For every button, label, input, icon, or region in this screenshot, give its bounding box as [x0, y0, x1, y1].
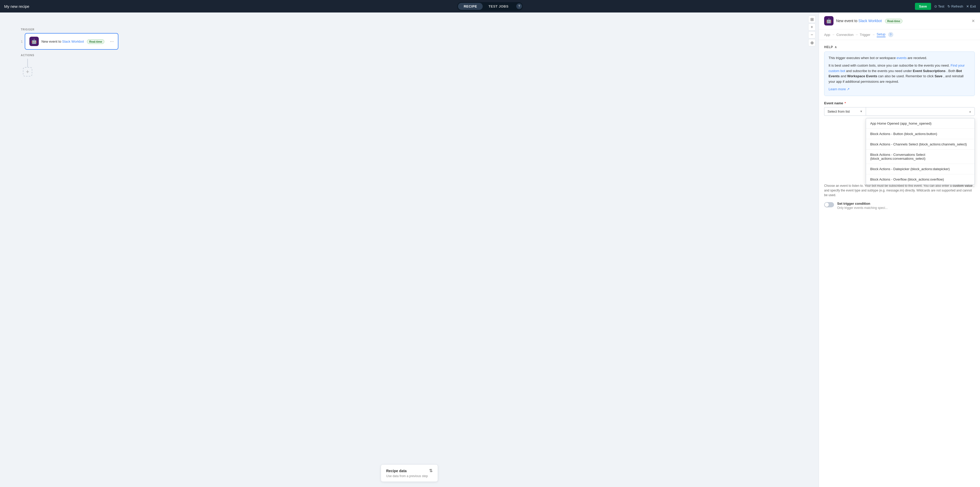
- dropdown-item-4[interactable]: Block Actions - Datepicker (block_action…: [866, 164, 975, 174]
- nav-arrow-1: →: [832, 33, 835, 37]
- trigger-condition-label: Set trigger condition: [837, 202, 888, 205]
- trigger-node[interactable]: 🤖 New event to Slack Workbot Real-time ·…: [25, 33, 118, 50]
- panel-header-left: 🤖 New event to Slack Workbot Real-time: [824, 16, 902, 25]
- select-from-list-dropdown[interactable]: Select from list ▼: [824, 107, 866, 116]
- tab-recipe[interactable]: RECIPE: [458, 3, 483, 10]
- help-toggle[interactable]: HELP ∧: [824, 45, 975, 49]
- nav-help-icon[interactable]: ?: [888, 32, 893, 37]
- chevron-up-icon: ∧: [835, 45, 837, 49]
- set-trigger-row: Set trigger condition Only trigger event…: [824, 202, 975, 210]
- dropdown-item-3[interactable]: Block Actions - Conversations Select (bl…: [866, 150, 975, 164]
- event-name-row: Select from list ▼ ▲ App Home Opened (ap…: [824, 107, 975, 116]
- toggle-knob: [825, 203, 829, 207]
- event-name-input[interactable]: [869, 110, 969, 113]
- zoom-reset-button[interactable]: ⊕: [808, 39, 816, 46]
- trigger-condition-text: Set trigger condition Only trigger event…: [837, 202, 888, 210]
- tab-test-jobs[interactable]: TEST JOBS: [483, 3, 514, 10]
- topbar-tabs: RECIPE TEST JOBS ?: [457, 2, 523, 11]
- recipe-data-header: Recipe data ⇅: [386, 468, 433, 473]
- panel-header-title: New event to Slack Workbot Real-time: [836, 19, 902, 23]
- add-action-button[interactable]: +: [23, 67, 32, 76]
- connector-line: [27, 59, 28, 67]
- panel-app-icon: 🤖: [824, 16, 834, 25]
- dropdown-item-0[interactable]: App Home Opened (app_home_opened): [866, 118, 975, 129]
- nav-arrow-2: →: [855, 33, 858, 37]
- caret-up-icon: ▲: [969, 110, 971, 113]
- topbar: My new recipe RECIPE TEST JOBS ? Save ⊙ …: [0, 0, 980, 13]
- trigger-options-button[interactable]: ···: [110, 39, 114, 44]
- topbar-help-icon[interactable]: ?: [516, 3, 522, 9]
- zoom-out-button[interactable]: −: [808, 31, 816, 38]
- recipe-data-toggle[interactable]: ⇅: [429, 468, 433, 473]
- nav-step-setup[interactable]: Setup: [877, 32, 886, 37]
- event-dropdown-list: App Home Opened (app_home_opened) Block …: [866, 118, 975, 185]
- nav-step-app[interactable]: App: [824, 33, 830, 37]
- dropdown-item-1[interactable]: Block Actions - Button (block_actions:bu…: [866, 129, 975, 139]
- exit-link[interactable]: ✕ Exit: [966, 5, 976, 8]
- nav-step-connection[interactable]: Connection: [836, 33, 854, 37]
- panel-close-button[interactable]: ×: [972, 18, 975, 24]
- dropdown-item-5[interactable]: Block Actions - Overflow (block_actions:…: [866, 174, 975, 185]
- recipe-data-subtitle: Use data from a previous step: [386, 474, 433, 478]
- topbar-actions: Save ⊙ Test ↻ Refresh ✕ Exit: [915, 3, 976, 10]
- trigger-condition-sublabel: Only trigger events matching speci...: [837, 206, 888, 210]
- recipe-data-title: Recipe data: [386, 469, 407, 473]
- step-number: 1: [21, 40, 23, 43]
- events-link[interactable]: events: [897, 56, 907, 60]
- test-icon: ⊙: [934, 5, 937, 8]
- recipe-title: My new recipe: [4, 4, 29, 9]
- main-layout: ⊞ + − ⊕ TRIGGER 1 🤖 New event to Slack W…: [0, 13, 980, 487]
- dropdown-chevron-icon: ▼: [860, 110, 863, 113]
- slack-workbot-icon: 🤖: [29, 37, 39, 46]
- nav-arrow-3: →: [872, 33, 875, 37]
- zoom-controls: ⊞ + − ⊕: [808, 16, 816, 46]
- panel-app-link[interactable]: Slack Workbot: [859, 19, 882, 23]
- actions-section: ACTIONS +: [21, 54, 118, 76]
- dropdown-item-2[interactable]: Block Actions - Channels Select (block_a…: [866, 139, 975, 150]
- right-panel: 🤖 New event to Slack Workbot Real-time ×…: [819, 13, 980, 487]
- external-link-icon: ↗: [847, 87, 850, 91]
- trigger-label: TRIGGER: [21, 28, 118, 31]
- nav-step-trigger[interactable]: Trigger: [860, 33, 870, 37]
- zoom-in-button[interactable]: +: [808, 24, 816, 31]
- panel-nav: App → Connection → Trigger → Setup ?: [819, 29, 980, 40]
- trigger-text: New event to Slack Workbot Real-time: [41, 40, 107, 43]
- realtime-badge: Real-time: [87, 39, 105, 44]
- learn-more-link[interactable]: Learn more ↗: [829, 87, 850, 91]
- slack-workbot-link[interactable]: Slack Workbot: [62, 40, 84, 43]
- required-indicator: *: [845, 101, 846, 105]
- actions-label: ACTIONS: [21, 54, 118, 57]
- event-name-input-container[interactable]: ▲: [866, 107, 975, 116]
- panel-realtime-badge: Real-time: [885, 19, 903, 24]
- zoom-fit-button[interactable]: ⊞: [808, 16, 816, 23]
- refresh-link[interactable]: ↻ Refresh: [947, 5, 963, 8]
- canvas-area: ⊞ + − ⊕ TRIGGER 1 🤖 New event to Slack W…: [0, 13, 819, 487]
- trigger-condition-toggle[interactable]: [824, 202, 834, 207]
- panel-body: HELP ∧ This trigger executes when bot or…: [819, 40, 980, 487]
- panel-header: 🤖 New event to Slack Workbot Real-time ×: [819, 13, 980, 29]
- refresh-icon: ↻: [947, 5, 950, 8]
- trigger-section: TRIGGER 1 🤖 New event to Slack Workbot R…: [21, 28, 118, 76]
- test-link[interactable]: ⊙ Test: [934, 5, 944, 8]
- event-name-help: Choose an event to listen to. Your bot m…: [824, 183, 975, 197]
- event-name-label: Event name *: [824, 101, 975, 105]
- recipe-data-panel: Recipe data ⇅ Use data from a previous s…: [381, 465, 438, 482]
- exit-icon: ✕: [966, 5, 969, 8]
- save-button[interactable]: Save: [915, 3, 931, 10]
- help-box: This trigger executes when bot or worksp…: [824, 51, 975, 96]
